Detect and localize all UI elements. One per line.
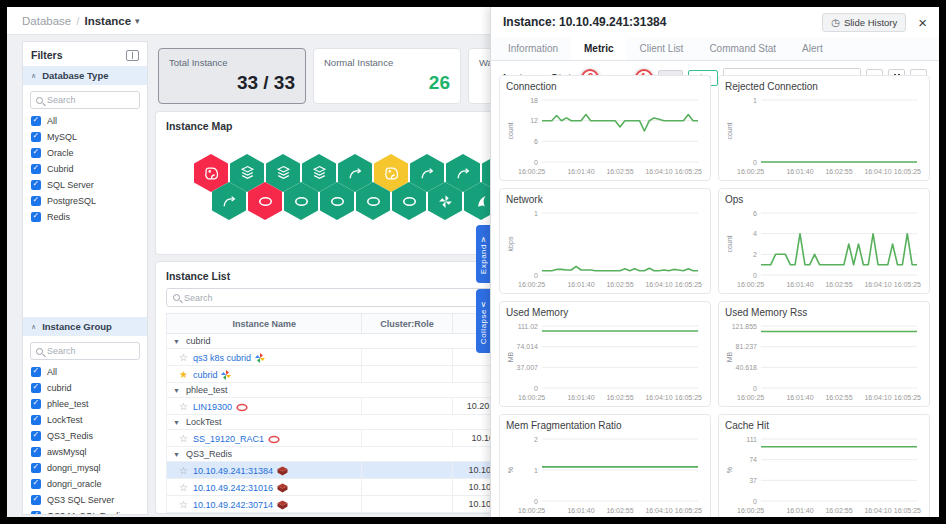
filters-title: Filters [31,49,63,61]
tab-information[interactable]: Information [495,37,571,60]
breadcrumb-page[interactable]: Instance [84,15,131,27]
svg-text:16:00:25: 16:00:25 [737,281,764,288]
chart-cache-hit: Cache Hit 0377411116:00:2516:01:4016:02:… [718,414,930,517]
filter-item-label: SQL Server [47,180,94,190]
instance-link[interactable]: 10.10.49.242:30714 [193,500,273,510]
checkbox-checked-icon[interactable] [31,479,41,489]
chart-title: Ops [725,194,923,205]
checkbox-checked-icon[interactable] [31,116,41,126]
filter-item-dongri-oracle[interactable]: dongri_oracle [23,476,147,492]
filter-group-label: Database Type [42,70,108,81]
checkbox-checked-icon[interactable] [31,463,41,473]
svg-text:16:05:25: 16:05:25 [675,168,702,175]
chart-plot: 01216:00:2516:01:4016:02:5516:04:1016:05… [506,432,704,516]
svg-text:16:02:55: 16:02:55 [606,281,633,288]
checkbox-checked-icon[interactable] [31,132,41,142]
star-outline-icon[interactable]: ☆ [179,401,188,412]
chart-title: Used Memory [506,307,704,318]
filter-item-phlee-test[interactable]: phlee_test [23,396,147,412]
checkbox-checked-icon[interactable] [31,511,41,515]
filter-item-awsmysql[interactable]: awsMysql [23,444,147,460]
filter-item-locktest[interactable]: LockTest [23,412,147,428]
filter-group-database-type: ∧ Database Type All MySQL Oracle Cubrid … [23,66,147,225]
checkbox-checked-icon[interactable] [31,164,41,174]
star-outline-icon[interactable]: ☆ [179,482,188,493]
instance-link[interactable]: LIN19300 [193,402,232,412]
instance-link[interactable]: 10.10.49.241:31384 [193,466,273,476]
chart-plot: 024616:00:2516:01:4016:02:5516:04:1016:0… [725,206,923,290]
star-outline-icon[interactable]: ☆ [179,352,188,363]
column-header[interactable]: Cluster:Role [362,314,452,334]
filter-item-redis[interactable]: Redis [23,209,147,225]
chart-title: Used Memory Rss [725,307,923,318]
expand-panel-tab[interactable]: ∧ Expand [476,225,491,283]
star-filled-icon[interactable]: ★ [179,369,188,380]
star-outline-icon[interactable]: ☆ [179,499,188,510]
filter-item-label: All [47,116,57,126]
filter-search-input[interactable] [47,95,134,105]
tab-command-stat[interactable]: Command Stat [696,37,789,60]
svg-text:111.02: 111.02 [518,323,538,330]
chart-network: Network 0116:00:2516:01:4016:02:5516:04:… [499,188,711,294]
instance-link[interactable]: 10.10.49.242:31016 [193,483,273,493]
checkbox-checked-icon[interactable] [31,399,41,409]
checkbox-checked-icon[interactable] [31,367,41,377]
tab-metric[interactable]: Metric [571,37,626,60]
metric-charts-grid: Connection 06121816:00:2516:01:4016:02:5… [499,75,931,517]
filter-item-qs3-redis[interactable]: QS3_Redis [23,428,147,444]
instance-link[interactable]: qs3 k8s cubrid [193,353,251,363]
tab-client-list[interactable]: Client List [626,37,696,60]
chart-title: Connection [506,81,704,92]
filter-item-oracle[interactable]: Oracle [23,145,147,161]
checkbox-checked-icon[interactable] [31,383,41,393]
filter-group-header[interactable]: ∧ Instance Group [23,317,147,336]
checkbox-checked-icon[interactable] [31,180,41,190]
chevron-down-icon[interactable]: ▾ [135,16,140,26]
summary-card-value: 33 / 33 [169,72,295,94]
filter-item-all[interactable]: All [23,364,147,380]
chart-plot: 040.61881.237121.85516:00:2516:01:4016:0… [725,319,923,403]
slide-history-button[interactable]: ◷ Slide History [822,13,906,32]
drawer-title: Instance: 10.10.49.241:31384 [503,15,822,29]
checkbox-checked-icon[interactable] [31,447,41,457]
svg-text:1: 1 [534,210,538,217]
star-outline-icon[interactable]: ☆ [179,465,188,476]
filter-group-header[interactable]: ∧ Database Type [23,66,147,85]
svg-text:81.237: 81.237 [736,343,758,350]
svg-text:count: count [726,122,733,139]
star-outline-icon[interactable]: ☆ [179,433,188,444]
sidebar-collapse-icon[interactable] [126,50,139,61]
svg-text:%: % [507,467,514,473]
filter-item-postgresql[interactable]: PostgreSQL [23,193,147,209]
summary-card-total-instance[interactable]: Total Instance 33 / 33 [158,48,306,104]
column-header[interactable]: Instance Name [167,314,362,334]
filter-item-qs3-sql-server[interactable]: QS3 SQL Server [23,492,147,508]
summary-card-normal-instance[interactable]: Normal Instance 26 [313,48,461,104]
filter-item-sql-server[interactable]: SQL Server [23,177,147,193]
filter-search-input[interactable] [47,346,134,356]
filter-item-qs3-mysql-replica[interactable]: QS3 MySQL Replica [23,508,147,515]
filter-item-dongri-mysql[interactable]: dongri_mysql [23,460,147,476]
close-icon[interactable]: × [918,15,927,30]
checkbox-checked-icon[interactable] [31,212,41,222]
breadcrumb-separator: / [76,15,79,27]
svg-text:0: 0 [753,385,757,392]
filter-item-all[interactable]: All [23,113,147,129]
tab-alert[interactable]: Alert [789,37,836,60]
checkbox-checked-icon[interactable] [31,431,41,441]
checkbox-checked-icon[interactable] [31,415,41,425]
instance-link[interactable]: SS_19120_RAC1 [193,434,264,444]
instance-link[interactable]: cubrid [193,370,218,380]
collapse-panel-tab[interactable]: ∨ Collapse [476,289,491,353]
checkbox-checked-icon[interactable] [31,148,41,158]
checkbox-checked-icon[interactable] [31,495,41,505]
svg-text:16:01:40: 16:01:40 [786,168,813,175]
checkbox-checked-icon[interactable] [31,196,41,206]
breadcrumb-section[interactable]: Database [22,15,71,27]
filter-item-label: PostgreSQL [47,196,96,206]
filter-item-cubrid[interactable]: Cubrid [23,161,147,177]
svg-text:16:04:10: 16:04:10 [864,394,891,401]
filter-item-cubrid[interactable]: cubrid [23,380,147,396]
filter-item-mysql[interactable]: MySQL [23,129,147,145]
chart-title: Cache Hit [725,420,923,431]
